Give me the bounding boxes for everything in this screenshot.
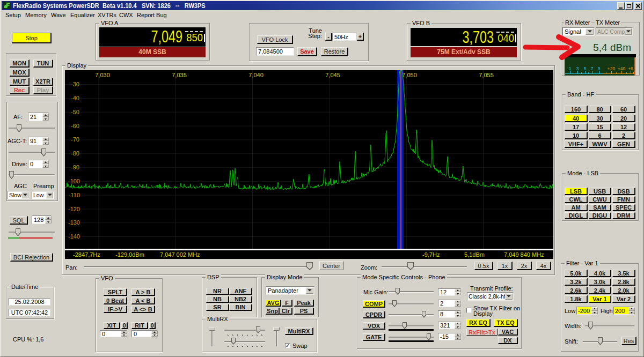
svg-text:7,030: 7,030 bbox=[95, 72, 110, 78]
svg-text:7,035: 7,035 bbox=[172, 72, 187, 78]
svg-text:-140: -140 bbox=[68, 233, 80, 240]
svg-text:-90: -90 bbox=[71, 164, 79, 170]
svg-text:-70: -70 bbox=[71, 136, 79, 143]
svg-text:-50: -50 bbox=[71, 109, 79, 115]
svg-text:9: 9 bbox=[598, 66, 601, 71]
svg-text:-100: -100 bbox=[68, 178, 80, 184]
svg-text:-60: -60 bbox=[71, 123, 79, 129]
svg-text:5: 5 bbox=[584, 66, 587, 71]
svg-text:7,040: 7,040 bbox=[248, 72, 264, 78]
svg-text:+20: +20 bbox=[608, 66, 616, 71]
svg-text:-40: -40 bbox=[71, 95, 79, 101]
svg-text:-80: -80 bbox=[71, 150, 79, 157]
svg-text:-130: -130 bbox=[68, 219, 80, 226]
svg-text:7,050: 7,050 bbox=[402, 72, 417, 78]
svg-text:7: 7 bbox=[591, 66, 594, 71]
svg-text:+40: +40 bbox=[618, 66, 626, 71]
svg-text:-30: -30 bbox=[71, 81, 79, 87]
svg-text:7,045: 7,045 bbox=[325, 72, 340, 78]
svg-text:+6: +6 bbox=[628, 66, 633, 71]
svg-text:7,055: 7,055 bbox=[479, 72, 494, 78]
svg-text:-120: -120 bbox=[68, 206, 80, 212]
svg-text:1: 1 bbox=[569, 66, 572, 71]
svg-text:3: 3 bbox=[576, 66, 579, 71]
svg-text:-110: -110 bbox=[69, 192, 80, 198]
